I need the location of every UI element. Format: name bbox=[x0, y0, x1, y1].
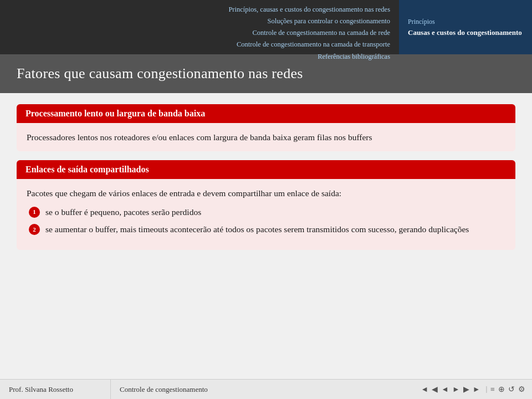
nav-prev-icon[interactable]: ◀ bbox=[432, 385, 438, 394]
list-num-1: 1 bbox=[29, 207, 40, 218]
nav-solucoes[interactable]: Soluções para controlar o congestionamen… bbox=[9, 16, 390, 27]
list-item: 2 se aumentar o buffer, mais timeouts ac… bbox=[29, 223, 505, 236]
nav-section-panel: Princípios Causas e custos do congestion… bbox=[399, 0, 532, 54]
list-num-2: 2 bbox=[29, 224, 40, 235]
footer-nav-controls: ◄ ◀ ◄ ► ▶ ► | ≡ ⊕ ↺ ⚙ bbox=[414, 380, 532, 399]
card-shared-links: Enlaces de saída compartilhados Pacotes … bbox=[17, 160, 515, 250]
nav-links: Sumário Princípios, causas e custos do c… bbox=[0, 0, 399, 54]
card-bandwidth: Processamento lento ou largura de banda … bbox=[17, 104, 515, 151]
nav-last-icon[interactable]: ► bbox=[473, 385, 480, 394]
nav-camada-transporte[interactable]: Controle de congestionamento na camada d… bbox=[9, 39, 390, 50]
nav-referencias[interactable]: Referências bibliográficas bbox=[9, 51, 390, 63]
footer-title: Controle de congestionamento bbox=[111, 380, 414, 399]
list-item: 1 se o buffer é pequeno, pacotes serão p… bbox=[29, 206, 505, 218]
card-shared-links-header: Enlaces de saída compartilhados bbox=[17, 160, 515, 179]
nav-left-icon[interactable]: ◄ bbox=[441, 385, 449, 394]
section-label: Princípios bbox=[408, 18, 523, 26]
card-shared-links-body: Pacotes que chegam de vários enlaces de … bbox=[17, 179, 515, 250]
card2-list: 1 se o buffer é pequeno, pacotes serão p… bbox=[27, 206, 505, 236]
nav-separator: | bbox=[486, 385, 487, 393]
card-bandwidth-body: Processadores lentos nos roteadores e/ou… bbox=[17, 123, 515, 151]
nav-camada-rede[interactable]: Controle de congestionamento na camada d… bbox=[9, 27, 390, 39]
nav-settings-icon[interactable]: ⚙ bbox=[518, 385, 525, 394]
nav-right-icon[interactable]: ► bbox=[452, 385, 460, 394]
card2-intro: Pacotes que chegam de vários enlaces de … bbox=[27, 187, 505, 200]
bottom-bar: Prof. Silvana Rossetto Controle de conge… bbox=[0, 379, 532, 399]
section-active-label: Causas e custos do congestionamento bbox=[408, 28, 523, 37]
list-item-2-text: se aumentar o buffer, mais timeouts acon… bbox=[45, 223, 469, 236]
nav-list-icon[interactable]: ≡ bbox=[490, 385, 495, 394]
footer-author: Prof. Silvana Rossetto bbox=[0, 380, 111, 399]
card-bandwidth-header: Processamento lento ou largura de banda … bbox=[17, 104, 515, 123]
main-content: Processamento lento ou largura de banda … bbox=[0, 93, 532, 264]
nav-principios[interactable]: Princípios, causas e custos do congestio… bbox=[9, 4, 390, 16]
nav-refresh-icon[interactable]: ↺ bbox=[508, 385, 515, 394]
list-item-1-text: se o buffer é pequeno, pacotes serão per… bbox=[45, 206, 201, 218]
nav-search-icon[interactable]: ⊕ bbox=[498, 385, 505, 394]
page-title: Fatores que causam congestionamento nas … bbox=[17, 65, 303, 82]
nav-first-icon[interactable]: ◄ bbox=[421, 385, 428, 394]
nav-next-icon[interactable]: ▶ bbox=[463, 385, 469, 394]
top-navigation: Sumário Princípios, causas e custos do c… bbox=[0, 0, 532, 54]
